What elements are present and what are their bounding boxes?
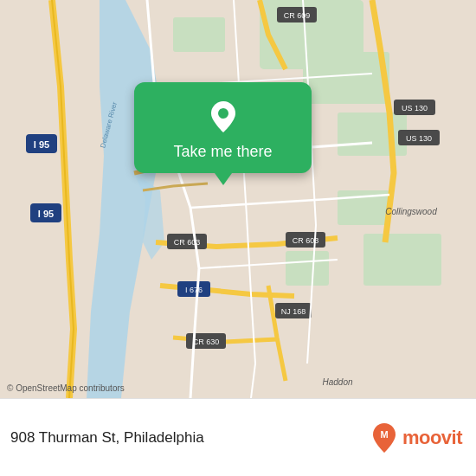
svg-rect-3 [338, 113, 407, 156]
svg-rect-4 [363, 234, 441, 286]
svg-text:CR 630: CR 630 [193, 338, 220, 346]
svg-text:US 130: US 130 [406, 134, 432, 143]
location-pin-icon [204, 98, 242, 136]
svg-text:M: M [380, 429, 388, 440]
svg-text:Haddon: Haddon [322, 377, 352, 387]
moovit-wordmark: moovit [402, 427, 462, 449]
svg-text:I 95: I 95 [34, 139, 49, 150]
map-copyright: © OpenStreetMap contributors [7, 383, 125, 393]
map-svg: I 95 I 95 CR 609 US 130 US 130 CR 603 CR… [0, 0, 476, 398]
bottom-bar: 908 Thurman St, Philadelphia M moovit [0, 398, 476, 476]
map-container: I 95 I 95 CR 609 US 130 US 130 CR 603 CR… [0, 0, 476, 398]
svg-text:I 95: I 95 [38, 209, 54, 219]
address-text: 908 Thurman St, Philadelphia [10, 429, 204, 447]
callout-label: Take me there [173, 143, 272, 161]
svg-rect-6 [173, 17, 225, 52]
svg-rect-7 [286, 251, 329, 286]
svg-text:CR 609: CR 609 [284, 11, 311, 20]
moovit-logo: M moovit [371, 422, 462, 453]
moovit-pin-icon: M [371, 422, 397, 453]
svg-text:I 676: I 676 [185, 286, 203, 294]
svg-point-32 [218, 108, 228, 119]
bottom-left: 908 Thurman St, Philadelphia [10, 429, 204, 447]
svg-text:Collingswood: Collingswood [385, 207, 437, 216]
location-callout[interactable]: Take me there [134, 82, 312, 173]
svg-text:US 130: US 130 [402, 104, 428, 113]
svg-text:NJ 168: NJ 168 [281, 307, 306, 316]
